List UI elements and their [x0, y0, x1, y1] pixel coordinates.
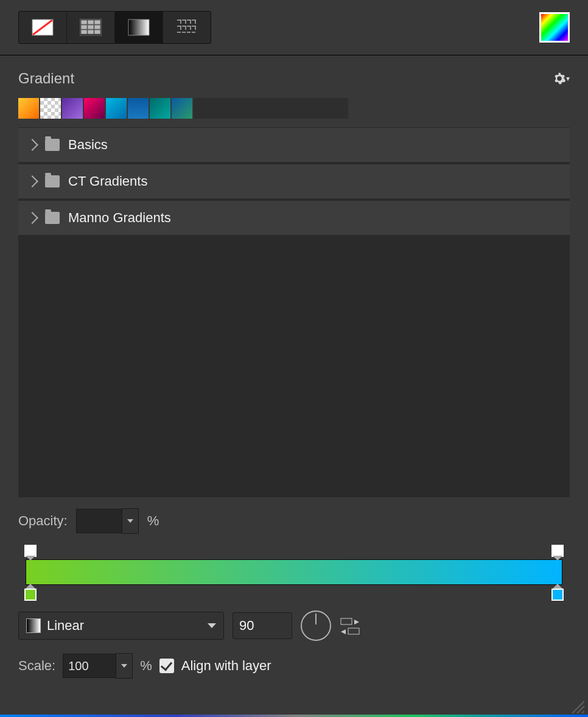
svg-line-18 — [582, 711, 584, 713]
bottom-color-strip — [0, 715, 588, 717]
stop-pointer-icon — [553, 584, 562, 589]
gradient-type-select[interactable]: Linear — [18, 612, 224, 640]
recent-gradients-row — [18, 98, 570, 119]
align-with-layer-label: Align with layer — [181, 658, 271, 674]
folder-label: CT Gradients — [68, 173, 147, 189]
gradient-bar[interactable] — [26, 559, 562, 585]
fill-type-group — [18, 11, 211, 44]
opacity-stop-right[interactable] — [551, 545, 564, 557]
gradient-swatch[interactable] — [106, 98, 127, 119]
panel-title: Gradient — [18, 70, 74, 87]
scale-input[interactable] — [63, 654, 116, 678]
gradient-type-label: Linear — [47, 618, 84, 634]
svg-rect-7 — [88, 25, 94, 29]
gradient-swatch[interactable] — [150, 98, 170, 119]
folder-label: Manno Gradients — [68, 210, 171, 226]
fill-type-gradient[interactable] — [115, 12, 163, 43]
chevron-down-icon — [208, 623, 216, 628]
color-stop-right[interactable] — [551, 589, 564, 601]
folder-icon — [45, 175, 60, 187]
gradient-type-thumb-icon — [26, 618, 41, 633]
chevron-down-icon — [121, 664, 127, 668]
svg-rect-9 — [81, 30, 87, 34]
scale-field — [63, 653, 133, 679]
svg-rect-13 — [176, 19, 198, 36]
color-picker-button[interactable] — [539, 12, 570, 43]
chevron-right-icon — [26, 139, 38, 151]
opacity-field — [76, 508, 139, 534]
chevron-right-icon — [26, 212, 38, 224]
svg-rect-4 — [88, 20, 94, 24]
gradient-preset-browser[interactable]: Basics CT Gradients Manno Gradients — [18, 127, 570, 497]
folder-icon — [45, 212, 60, 224]
opacity-unit: % — [147, 513, 159, 529]
scale-label: Scale: — [18, 658, 55, 674]
angle-input[interactable] — [233, 612, 292, 639]
fill-type-pattern[interactable] — [163, 12, 211, 43]
folder-icon — [45, 139, 60, 151]
fill-type-none[interactable] — [19, 12, 66, 43]
chevron-right-icon — [26, 175, 38, 187]
opacity-dropdown[interactable] — [122, 508, 139, 534]
stop-pointer-icon — [26, 556, 35, 561]
solid-color-icon — [80, 19, 102, 36]
gradient-swatch[interactable] — [172, 98, 192, 119]
svg-rect-11 — [94, 30, 100, 34]
align-with-layer-checkbox[interactable] — [159, 659, 174, 673]
svg-rect-8 — [94, 25, 100, 29]
folder-label: Basics — [68, 137, 108, 153]
resize-grip-icon[interactable] — [570, 699, 584, 713]
preset-folder[interactable]: Manno Gradients — [18, 200, 570, 236]
svg-rect-5 — [94, 20, 100, 24]
swatch-empty-area — [194, 98, 348, 119]
opacity-input[interactable] — [76, 509, 122, 533]
preset-folder[interactable]: Basics — [18, 127, 570, 163]
check-icon — [161, 659, 172, 671]
preset-folder[interactable]: CT Gradients — [18, 164, 570, 199]
scale-unit: % — [140, 658, 152, 674]
gradient-swatch[interactable] — [128, 98, 149, 119]
angle-wheel[interactable] — [301, 610, 331, 641]
panel-menu-button[interactable]: ▾ — [553, 72, 570, 85]
gear-icon — [553, 72, 566, 85]
reverse-gradient-button[interactable] — [340, 616, 364, 635]
gradient-swatch[interactable] — [84, 98, 105, 119]
svg-rect-10 — [88, 30, 94, 34]
svg-rect-12 — [128, 19, 149, 35]
gradient-icon — [128, 19, 150, 36]
gradient-swatch[interactable] — [62, 98, 83, 119]
svg-rect-14 — [341, 618, 352, 624]
chevron-down-icon: ▾ — [566, 74, 570, 83]
scale-dropdown[interactable] — [116, 653, 133, 679]
svg-rect-15 — [348, 628, 359, 634]
gradient-ramp-editor — [18, 545, 570, 600]
svg-rect-6 — [81, 25, 87, 29]
gradient-swatch[interactable] — [40, 98, 61, 119]
color-stop-left[interactable] — [24, 589, 37, 601]
opacity-label: Opacity: — [18, 513, 68, 529]
svg-rect-3 — [81, 20, 87, 24]
fill-type-solid[interactable] — [67, 12, 114, 43]
no-fill-icon — [32, 19, 54, 36]
stop-pointer-icon — [553, 556, 562, 561]
stop-pointer-icon — [26, 584, 35, 589]
gradient-swatch[interactable] — [18, 98, 39, 119]
opacity-stop-left[interactable] — [24, 545, 37, 557]
pattern-icon — [176, 19, 198, 36]
chevron-down-icon — [127, 519, 133, 523]
